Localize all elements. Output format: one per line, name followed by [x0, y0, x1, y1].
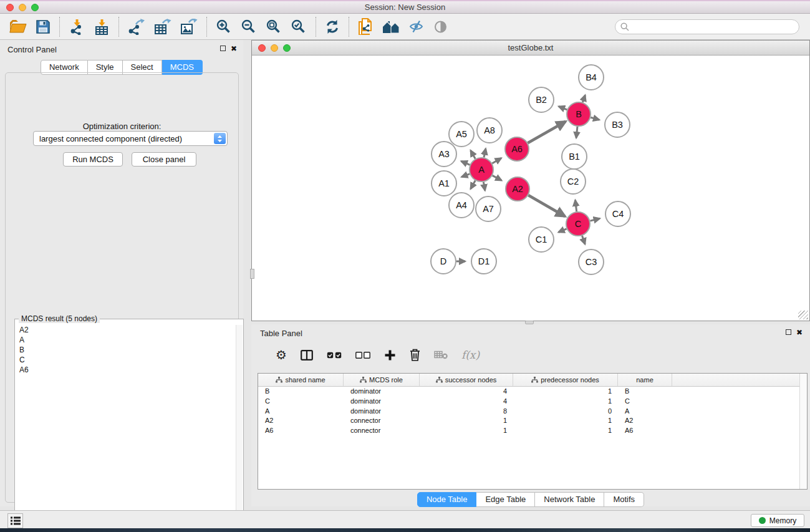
import-network-icon[interactable] [64, 16, 89, 37]
graph-node[interactable]: A3 [432, 142, 456, 167]
toolbar-separator [206, 17, 207, 37]
graph-node[interactable]: B1 [562, 144, 587, 169]
mcds-result-item[interactable]: A2 [16, 325, 235, 335]
tab-node-table[interactable]: Node Table [417, 492, 477, 507]
table-row[interactable]: Cdominator41C [258, 397, 799, 407]
tab-network-table[interactable]: Network Table [535, 492, 604, 507]
column-header-MCDS-role[interactable]: MCDS role [344, 374, 420, 386]
mcds-result-item[interactable]: A [16, 335, 235, 345]
zoom-in-icon[interactable] [211, 16, 236, 37]
table-cell: dominator [344, 387, 420, 397]
close-panel-icon[interactable]: ✖ [796, 329, 803, 336]
show-column-icon[interactable] [294, 350, 320, 360]
svg-text:C: C [575, 219, 581, 229]
graph-node[interactable]: C3 [579, 249, 604, 274]
main-toolbar [0, 14, 810, 40]
table-row[interactable]: Bdominator41B [258, 387, 799, 397]
table-row[interactable]: A6connector11A6 [258, 426, 799, 436]
home-layout-icon[interactable] [378, 16, 404, 37]
table-cell: A2 [258, 416, 344, 426]
table-cell: A [258, 407, 344, 417]
mcds-result-item[interactable]: A6 [16, 365, 235, 375]
column-header-shared-name[interactable]: shared name [258, 374, 344, 386]
graph-node[interactable]: A8 [477, 118, 502, 143]
graph-node[interactable]: D [431, 249, 456, 274]
deselect-all-checks-icon[interactable] [349, 352, 377, 359]
tab-motifs[interactable]: Motifs [604, 492, 644, 507]
window-title: Session: New Session [0, 2, 810, 12]
run-mcds-button[interactable]: Run MCDS [63, 152, 123, 167]
table-row[interactable]: Adominator80A [258, 407, 799, 417]
close-panel-icon[interactable]: ✖ [231, 45, 237, 52]
graph-edge [591, 117, 599, 120]
graph-node[interactable]: B3 [605, 112, 630, 137]
graph-node[interactable]: C2 [561, 169, 586, 194]
refresh-icon[interactable] [321, 16, 344, 37]
search-field[interactable] [615, 19, 799, 34]
import-table-icon[interactable] [89, 16, 114, 37]
table-cell: connector [344, 416, 420, 426]
memory-button[interactable]: Memory [751, 514, 804, 527]
splitter-collapse-handle[interactable] [250, 269, 254, 279]
graph-node[interactable]: C4 [605, 201, 630, 226]
graph-node[interactable]: A2 [506, 177, 529, 201]
search-icon [620, 22, 629, 31]
clone-network-icon[interactable] [354, 16, 378, 37]
graph-node[interactable]: B4 [579, 65, 604, 90]
graph-edge [528, 122, 566, 143]
delete-table-icon[interactable] [427, 351, 455, 359]
mcds-result-item[interactable]: C [16, 355, 235, 365]
delete-column-icon[interactable] [403, 349, 427, 361]
graph-node[interactable]: A1 [432, 171, 456, 196]
task-history-button[interactable] [7, 513, 23, 528]
optimization-criterion-select[interactable]: largest connected component (directed) [33, 131, 228, 146]
graph-node[interactable]: A6 [505, 137, 529, 161]
export-image-icon[interactable] [176, 16, 202, 37]
tab-edge-table[interactable]: Edge Table [476, 492, 535, 507]
graph-node[interactable]: B2 [529, 87, 554, 112]
export-table-icon[interactable] [150, 16, 176, 37]
zoom-fit-icon[interactable] [261, 16, 286, 37]
network-window-titlebar[interactable]: testGlobe.txt [252, 41, 809, 56]
graph-node[interactable]: A [470, 158, 493, 181]
network-canvas[interactable]: A5A8A6A3AA1A2A4A7B2B4BB3B1C2C4CC1C3DD1 [252, 56, 809, 321]
mcds-result-list: A2ABCA6 [16, 325, 235, 531]
close-panel-button[interactable]: Close panel [132, 152, 196, 167]
save-session-icon[interactable] [31, 16, 55, 37]
graph-node[interactable]: A4 [449, 193, 474, 218]
open-file-icon[interactable] [5, 16, 31, 37]
column-header-successor-nodes[interactable]: successor nodes [420, 374, 513, 386]
svg-text:B4: B4 [586, 72, 597, 82]
window-resize-grip[interactable] [798, 311, 808, 319]
float-panel-icon[interactable] [786, 329, 791, 335]
add-column-icon[interactable] [377, 349, 403, 361]
hide-selected-icon[interactable] [404, 16, 428, 37]
function-builder-icon[interactable]: f(x) [455, 349, 486, 361]
zoom-selected-icon[interactable] [286, 16, 311, 37]
memory-status-dot [759, 517, 766, 524]
graph-node[interactable]: A5 [449, 122, 474, 147]
graph-node[interactable]: D1 [471, 249, 496, 274]
show-all-icon[interactable] [428, 16, 453, 37]
graph-edge [559, 107, 567, 110]
select-all-checks-icon[interactable] [320, 352, 349, 359]
graph-node[interactable]: C [566, 212, 590, 236]
graph-node[interactable]: B [567, 102, 591, 126]
export-network-icon[interactable] [123, 16, 150, 37]
column-header-name[interactable]: name [618, 374, 672, 386]
node-table-scrollbar[interactable] [799, 374, 807, 489]
float-panel-icon[interactable] [220, 46, 226, 51]
search-input[interactable] [632, 22, 794, 31]
table-options-gear-icon[interactable]: ⚙ [269, 349, 294, 361]
mcds-result-item[interactable]: B [16, 345, 235, 355]
mcds-result-scrollbar[interactable] [236, 325, 243, 531]
column-header-predecessor-nodes[interactable]: predecessor nodes [513, 374, 618, 386]
svg-text:C2: C2 [567, 177, 579, 186]
graph-node[interactable]: C1 [529, 227, 554, 252]
zoom-out-icon[interactable] [236, 16, 261, 37]
table-row[interactable]: A2connector11A2 [258, 416, 799, 426]
column-header-filler [672, 374, 799, 386]
graph-edge [471, 150, 476, 158]
graph-edge [590, 218, 600, 221]
graph-node[interactable]: A7 [476, 196, 501, 221]
